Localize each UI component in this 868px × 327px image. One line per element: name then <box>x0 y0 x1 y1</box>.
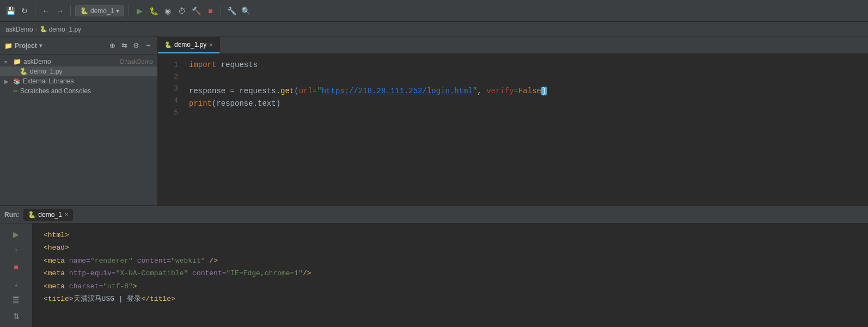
run-output: ▶ ↑ ■ ↓ ☰ ⇅ 📌 🖨 🗑 <html> <head> <meta na… <box>0 223 868 327</box>
tree-lib-icon: 📚 <box>13 78 21 85</box>
run-coverage-icon[interactable]: ◉ <box>162 5 174 17</box>
run-control-sidebar: ▶ ↑ ■ ↓ ☰ ⇅ 📌 🖨 🗑 <box>0 223 33 327</box>
run-tab-demo1[interactable]: 🐍 demo_1 ✕ <box>23 209 72 221</box>
collapse-icon[interactable]: ⇆ <box>119 41 129 51</box>
tree-root-path: D:\askDemo <box>120 58 153 65</box>
code-param-verify: verify= <box>486 87 518 95</box>
run-stop-icon[interactable]: ■ <box>10 261 23 274</box>
run-icon[interactable]: ▶ <box>133 5 145 17</box>
breadcrumb-file: demo_1.py <box>49 26 81 33</box>
run-profile-icon[interactable]: ⏱ <box>176 5 188 17</box>
editor-area: 🐍 demo_1.py ✕ 1 2 3 4 5 import requests … <box>158 37 868 205</box>
tree-lib-label: External Libraries <box>23 77 153 85</box>
debug-icon[interactable]: 🐛 <box>148 5 160 17</box>
main-area: 📁 Project ▾ ⊕ ⇆ ⚙ − ▾ 📁 askDemo D:\askDe… <box>0 37 868 206</box>
locate-icon[interactable]: ⊕ <box>107 41 117 51</box>
line-num-1: 1 <box>158 59 178 71</box>
tab-close-icon[interactable]: ✕ <box>209 42 213 48</box>
back-icon[interactable]: ← <box>40 5 52 17</box>
run-output-content[interactable]: <html> <head> <meta name="renderer" cont… <box>33 223 868 327</box>
tree-root-arrow: ▾ <box>4 59 11 65</box>
settings-icon[interactable]: 🔧 <box>225 5 237 17</box>
output-line-1: <html> <box>44 229 857 241</box>
code-url: https://218.28.111.252/login.html <box>322 87 473 95</box>
code-print-args: (response.text) <box>212 99 280 108</box>
run-filter-icon[interactable]: ⇅ <box>10 310 23 323</box>
sidebar-title-label: Project <box>15 42 37 50</box>
editor-tabs: 🐍 demo_1.py ✕ <box>158 37 868 55</box>
tree-external-libs[interactable]: ▶ 📚 External Libraries <box>0 76 157 86</box>
code-plain-2: response = requests. <box>189 87 280 95</box>
build-icon[interactable]: 🔨 <box>190 5 202 17</box>
run-play-icon[interactable]: ▶ <box>10 228 23 241</box>
code-bracket-open: ( <box>294 87 298 95</box>
line-num-5: 5 <box>158 107 178 119</box>
save-icon[interactable]: 💾 <box>4 5 16 17</box>
editor-tab-demo1[interactable]: 🐍 demo_1.py ✕ <box>158 37 220 53</box>
code-print-kw: print <box>189 99 212 108</box>
code-plain-1: requests <box>216 60 258 69</box>
output-line-5: <meta charset="utf-8"> <box>44 280 857 293</box>
bottom-panel: Run: 🐍 demo_1 ✕ ▶ ↑ ■ ↓ ☰ ⇅ 📌 🖨 🗑 <html>… <box>0 206 868 327</box>
toolbar-sep-4 <box>221 5 221 16</box>
code-comma: , <box>477 87 486 95</box>
import-kw: import <box>189 60 216 69</box>
toolbar-sep-3 <box>129 5 129 16</box>
breadcrumb-sep: › <box>35 26 38 33</box>
sidebar-header: 📁 Project ▾ ⊕ ⇆ ⚙ − <box>0 37 157 55</box>
line-num-3: 3 <box>158 83 178 95</box>
tree-file-py-icon: 🐍 <box>20 68 28 75</box>
tree-file-demo1[interactable]: 🐍 demo_1.py <box>0 66 157 76</box>
output-line-6: <title>天清汉马USG | 登录</title> <box>44 293 857 305</box>
line-num-4: 4 <box>158 95 178 107</box>
output-line-4: <meta http-equiv="X-UA-Compatible" conte… <box>44 267 857 280</box>
project-icon: 📁 <box>4 42 13 50</box>
tree-root-label: askDemo <box>23 58 115 65</box>
search-icon[interactable]: 🔍 <box>240 5 252 17</box>
reload-icon[interactable]: ↻ <box>19 5 30 17</box>
code-param-url: url= <box>299 87 317 95</box>
breadcrumb-file-item[interactable]: 🐍 demo_1.py <box>40 26 81 33</box>
stop-icon[interactable]: ■ <box>204 5 216 17</box>
tree-scratch-label: Scratches and Consoles <box>20 87 153 95</box>
run-up-icon[interactable]: ↑ <box>10 244 23 257</box>
breadcrumb-project[interactable]: askDemo <box>5 26 33 33</box>
sidebar: 📁 Project ▾ ⊕ ⇆ ⚙ − ▾ 📁 askDemo D:\askDe… <box>0 37 158 205</box>
breadcrumb: askDemo › 🐍 demo_1.py <box>0 22 868 37</box>
code-bracket-close: ) <box>541 87 547 95</box>
code-fn-get: get <box>280 87 294 95</box>
sidebar-title: 📁 Project ▾ <box>4 42 42 50</box>
close-sidebar-icon[interactable]: − <box>143 41 153 51</box>
chevron-down-icon: ▾ <box>39 43 42 49</box>
tab-label: demo_1.py <box>174 41 206 49</box>
line-num-2: 2 <box>158 71 178 83</box>
code-editor[interactable]: import requests response = requests.get(… <box>182 55 868 205</box>
run-tab-close-icon[interactable]: ✕ <box>64 211 69 217</box>
breadcrumb-py-icon: 🐍 <box>40 26 47 33</box>
run-format-icon[interactable]: ☰ <box>10 293 23 306</box>
run-tab-label: demo_1 <box>38 211 62 219</box>
output-line-2: <head> <box>44 241 857 254</box>
dropdown-label: demo_1 <box>90 7 114 15</box>
output-line-3: <meta name="renderer" content="webkit" /… <box>44 255 857 267</box>
run-label: Run: <box>4 211 19 219</box>
tree-scratches[interactable]: ✏ Scratches and Consoles <box>0 86 157 96</box>
line-numbers: 1 2 3 4 5 <box>158 55 182 205</box>
tree-root-folder-icon: 📁 <box>13 58 21 65</box>
run-down-icon[interactable]: ↓ <box>10 277 23 290</box>
code-false-kw: False <box>518 87 541 95</box>
run-tabs: Run: 🐍 demo_1 ✕ <box>0 206 868 223</box>
run-tab-py-icon: 🐍 <box>28 211 36 219</box>
gear-icon[interactable]: ⚙ <box>131 41 141 51</box>
py-file-icon: 🐍 <box>80 7 88 15</box>
project-tree: ▾ 📁 askDemo D:\askDemo 🐍 demo_1.py ▶ 📚 E… <box>0 55 157 205</box>
tree-root[interactable]: ▾ 📁 askDemo D:\askDemo <box>0 57 157 66</box>
forward-icon[interactable]: → <box>54 5 66 17</box>
toolbar-sep-2 <box>70 5 71 16</box>
editor-content[interactable]: 1 2 3 4 5 import requests response = req… <box>158 55 868 205</box>
run-config-dropdown[interactable]: 🐍 demo_1 ▾ <box>75 5 124 16</box>
chevron-down-icon: ▾ <box>116 7 119 15</box>
toolbar-sep-1 <box>35 5 35 16</box>
code-str-open: " <box>317 87 321 95</box>
tree-scratch-icon: ✏ <box>13 88 18 95</box>
